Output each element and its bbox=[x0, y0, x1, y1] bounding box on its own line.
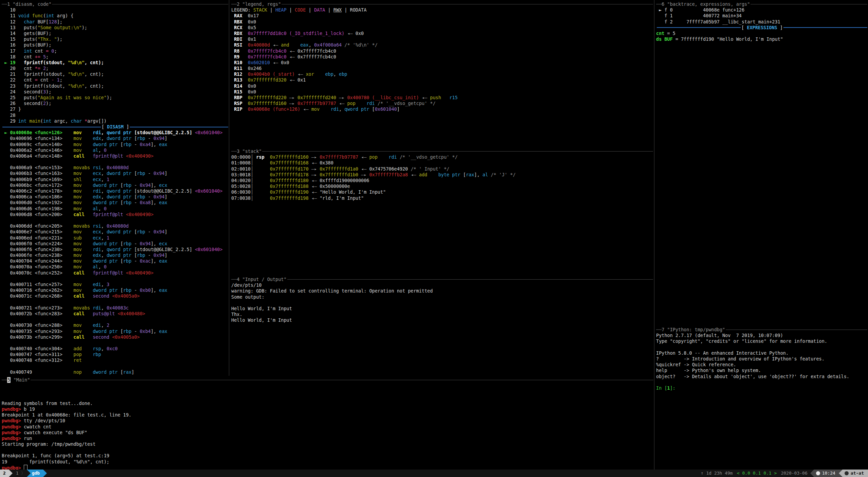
terminal-line: 21 fprintf(stdout, "%d\n", cnt); bbox=[0, 71, 229, 77]
pane-main-gdb-console[interactable]: ──5 "Main" Reading symbols from test...d… bbox=[0, 376, 654, 470]
terminal-line: 19 fprintf(stdout, "%d\n", cnt); bbox=[0, 459, 654, 465]
pane-disasm-code[interactable]: ──1 "disasm, code" 10 11 void func(int a… bbox=[0, 0, 229, 376]
terminal-line: 07:0038│ 0x7fffffffd198 ◂— "rld, I'm Inp… bbox=[230, 195, 654, 201]
powerline-separator bbox=[810, 470, 814, 477]
pane-stack[interactable]: ──3 "stack"00:0000│ rsp 0x7fffffffd160 —… bbox=[230, 147, 654, 275]
terminal-line: 0x4006a9 <func+153> movabs rsi, 0x40080d bbox=[0, 165, 229, 171]
terminal-line bbox=[0, 317, 229, 322]
uptime-indicator: ↑ 1d 23h 49m bbox=[698, 470, 736, 477]
tmux-window-gdb[interactable]: gdb bbox=[31, 470, 43, 477]
terminal-line: R14 0x0 bbox=[230, 83, 654, 89]
terminal-line: ──3 "stack" bbox=[230, 148, 654, 154]
terminal-line bbox=[0, 159, 229, 165]
terminal-line bbox=[0, 299, 229, 305]
terminal-line bbox=[0, 447, 654, 453]
terminal-line: pwndbg> tty /dev/pts/10 bbox=[0, 418, 654, 424]
terminal-line: pwndbg> run bbox=[0, 436, 654, 441]
tmux-session-indicator[interactable]: 2 bbox=[0, 470, 9, 477]
ipython-content: ──7 "IPython: tmp/pwndbg"Python 2.7.17 (… bbox=[654, 327, 868, 391]
terminal-line: object? -> Details about 'object', use '… bbox=[654, 374, 868, 379]
host-icon bbox=[845, 471, 849, 475]
terminal-line bbox=[654, 344, 868, 350]
terminal-line: 0x4006c2 <func+178> mov rdi, qword ptr [… bbox=[0, 188, 229, 194]
terminal-line bbox=[654, 379, 868, 385]
terminal-line: 0x4006d8 <func+200> call fprintf@plt <0x… bbox=[0, 212, 229, 217]
terminal-line: cnt = 5 bbox=[654, 31, 868, 36]
disasm-code-content: ──1 "disasm, code" 10 11 void func(int a… bbox=[0, 1, 229, 375]
terminal-line: R8 0x7ffff7fcb4c0 ◂— 0x7ffff7fcb4c0 bbox=[230, 48, 654, 54]
terminal-line: ► 19 fprintf(stdout, "%d\n", cnt); bbox=[0, 60, 229, 66]
pane-ipython[interactable]: ──7 "IPython: tmp/pwndbg"Python 2.7.17 (… bbox=[654, 325, 868, 470]
terminal-line: 00:0000│ rsp 0x7fffffffd160 —▸ 0x7ffff7b… bbox=[230, 154, 654, 160]
terminal-line: R10 0x602010 ◂— 0x0 bbox=[230, 60, 654, 66]
terminal-line: R9 0x7ffff7fcb4c0 ◂— 0x7ffff7fcb4c0 bbox=[230, 54, 654, 60]
terminal-line: R13 0x7fffffffd320 ◂— 0x1 bbox=[230, 77, 654, 83]
terminal-line: LEGEND: STACK | HEAP | CODE | DATA | RWX… bbox=[230, 7, 654, 13]
terminal-line: 29 int main(int argc, char *argv[]) bbox=[0, 118, 229, 124]
terminal-line: Reading symbols from test...done. bbox=[0, 401, 654, 406]
terminal-line: 0x400711 <func+257> mov edi, 3 bbox=[0, 282, 229, 287]
tmux-window-index[interactable]: 1 bbox=[13, 470, 21, 477]
terminal-line: 06:0030│ 0x7fffffffd190 ◂— "Hello World,… bbox=[230, 189, 654, 195]
terminal-line: 0x400704 <func+244> mov dword ptr [rbp -… bbox=[0, 258, 229, 264]
clock-icon bbox=[816, 471, 820, 475]
terminal-line: RAX 0x17 bbox=[230, 13, 654, 19]
terminal-line bbox=[0, 340, 229, 346]
pane-input-output[interactable]: ──4 "Input / Output"/dev/pts/10warning: … bbox=[230, 275, 654, 376]
terminal-line: 0x4006b9 <func+169> shl ecx, 1 bbox=[0, 177, 229, 182]
terminal-line: 24 second(3); bbox=[0, 89, 229, 95]
terminal-line: pwndbg> bbox=[0, 465, 654, 470]
terminal-line: ──6 "backtrace, expressions, args" bbox=[654, 1, 868, 7]
terminal-line: 0x400749 nop dword ptr [rax] bbox=[0, 369, 229, 375]
terminal-line: 11 void func(int arg) { bbox=[0, 13, 229, 19]
terminal-line: 10 bbox=[0, 7, 229, 13]
terminal-line: 0x400721 <func+273> movabs rdi, 0x40083c bbox=[0, 305, 229, 311]
terminal-line bbox=[0, 395, 654, 401]
terminal-line: 04:0020│ 0x7fffffffd180 ◂— 0xffffd190000… bbox=[230, 178, 654, 183]
powerline-separator bbox=[9, 470, 13, 477]
status-date: 2020-03-06 bbox=[778, 470, 810, 477]
terminal-line: /dev/pts/10 bbox=[230, 282, 654, 288]
terminal-line: RBP 0x7fffffffd220 —▸ 0x7fffffffd240 —▸ … bbox=[230, 95, 654, 101]
terminal-line: [ DISASM ] bbox=[0, 124, 229, 130]
terminal-line: Some output: bbox=[230, 294, 654, 300]
status-hostname: at-at bbox=[851, 470, 864, 477]
io-content: ──4 "Input / Output"/dev/pts/10warning: … bbox=[230, 277, 654, 323]
stack-content: ──3 "stack"00:0000│ rsp 0x7fffffffd160 —… bbox=[230, 148, 654, 201]
terminal-line: 0x400747 <func+311> pop rbp bbox=[0, 352, 229, 357]
terminal-line: 02:0010│ 0x7fffffffd170 —▸ 0x7fffffffd1a… bbox=[230, 166, 654, 172]
terminal-line bbox=[0, 364, 229, 369]
status-time-segment: 10:24 bbox=[814, 470, 839, 477]
terminal-line: 0x4006a4 <func+148> call fprintf@plt <0x… bbox=[0, 153, 229, 159]
terminal-line: 0x4006fe <func+238> mov edx, dword ptr [… bbox=[0, 252, 229, 258]
terminal-line: Type "copyright", "credits" or "license"… bbox=[654, 338, 868, 344]
terminal-line bbox=[0, 276, 229, 282]
registers-content: ──2 "legend, regs"LEGEND: STACK | HEAP |… bbox=[230, 1, 654, 112]
terminal-cursor bbox=[24, 465, 28, 470]
terminal-line: RCX 0x5 bbox=[230, 25, 654, 31]
tmux-status-bar: 2 1 〉 gdb ↑ 1d 23h 49m < 0.0 0.1 0.1 > 2… bbox=[0, 470, 868, 477]
terminal-line: 20 cnt *= 2; bbox=[0, 66, 229, 71]
terminal-line: ──1 "disasm, code" bbox=[0, 1, 229, 7]
powerline-separator bbox=[839, 470, 843, 477]
load-bracket-open: < bbox=[736, 470, 741, 477]
terminal-line: pwndbg> cwatch execute "ds BUF" bbox=[0, 430, 654, 436]
backtrace-content: ──6 "backtrace, expressions, args" ► f 0… bbox=[654, 1, 868, 42]
terminal-line: 26 second(2); bbox=[0, 101, 229, 106]
terminal-line: f 1 400772 main+34 bbox=[654, 13, 868, 19]
terminal-line: 16 puts(BUF); bbox=[0, 42, 229, 48]
terminal-line: 22 cnt = cnt - 1; bbox=[0, 77, 229, 83]
terminal-line: 25 puts("Again as it was so nice"); bbox=[0, 95, 229, 101]
terminal-line: 0x40071c <func+268> call second <0x4005a… bbox=[0, 293, 229, 299]
powerline-separator bbox=[43, 470, 47, 477]
terminal-line: ──4 "Input / Output" bbox=[230, 277, 654, 282]
terminal-line: 0x400696 <func+134> mov edx, dword ptr [… bbox=[0, 136, 229, 141]
status-host-segment: at-at bbox=[843, 470, 868, 477]
terminal-line: ──5 "Main" bbox=[0, 377, 654, 383]
terminal-line: RSI 0x40080d ◂— and eax, 0x4f000a64 /* '… bbox=[230, 42, 654, 48]
powerline-separator bbox=[27, 470, 31, 477]
pane-legend-regs[interactable]: ──2 "legend, regs"LEGEND: STACK | HEAP |… bbox=[230, 0, 654, 147]
terminal-line: 0x4006d6 <func+198> mov al, 0 bbox=[0, 206, 229, 212]
pane-backtrace-expressions[interactable]: ──6 "backtrace, expressions, args" ► f 0… bbox=[654, 0, 868, 325]
terminal-line: RDI 0x1 bbox=[230, 36, 654, 42]
